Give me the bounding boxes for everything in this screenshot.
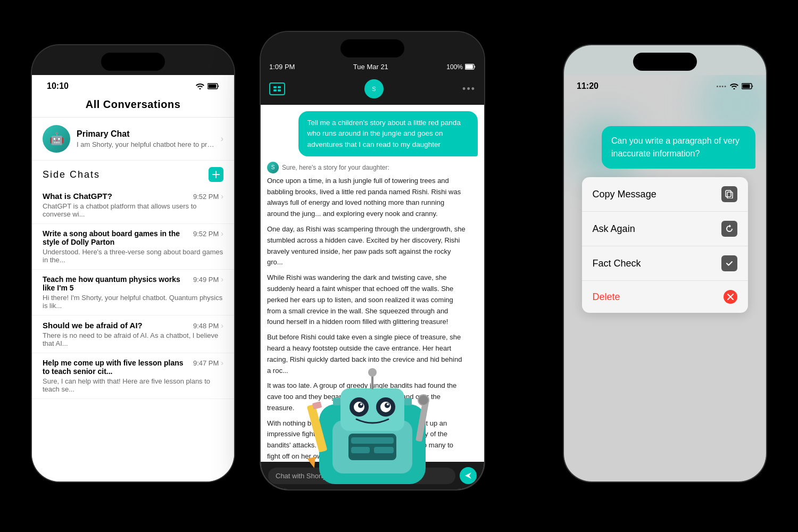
list-item[interactable]: Write a song about board games in the st…	[32, 224, 234, 270]
send-button[interactable]	[460, 467, 477, 484]
chat-item-chevron: ›	[221, 192, 223, 201]
chat-item-content: What is ChatGPT? 9:52 PM › ChatGPT is a …	[43, 192, 223, 218]
copy-message-label: Copy Message	[593, 189, 656, 200]
chat-item-content: Write a song about board games in the st…	[43, 229, 223, 264]
delete-icon	[724, 290, 737, 304]
context-menu: Copy Message Ask Again Fact Check	[582, 177, 749, 313]
svg-point-23	[368, 368, 377, 377]
chat-item-top: What is ChatGPT? 9:52 PM ›	[43, 192, 223, 201]
svg-marker-31	[307, 456, 319, 469]
status-bar-mid: 1:09 PM Tue Mar 21 100%	[269, 63, 476, 71]
chat-item-name: Teach me how quantum physics works like …	[43, 275, 185, 292]
chat-item-name: Help me come up with five lesson plans t…	[43, 359, 185, 376]
mid-battery-icon	[465, 64, 476, 70]
chat-item-chevron: ›	[221, 321, 223, 330]
chat-item-top: Write a song about board games in the st…	[43, 229, 223, 246]
copy-message-item[interactable]: Copy Message	[582, 177, 749, 212]
primary-chat-avatar: 🤖	[43, 125, 70, 153]
mid-battery: 100%	[446, 63, 463, 71]
user-message-1: Tell me a children's story about a littl…	[298, 111, 478, 156]
mid-bot-avatar: S	[364, 79, 384, 98]
list-item[interactable]: Teach me how quantum physics works like …	[32, 270, 234, 315]
primary-chat-chevron: ›	[221, 134, 223, 144]
svg-rect-37	[743, 85, 750, 88]
primary-chat-item[interactable]: 🤖 Primary Chat I am Shorty, your helpful…	[32, 118, 234, 161]
chat-item-chevron: ›	[221, 275, 223, 284]
svg-rect-24	[333, 398, 340, 405]
mid-header-dots[interactable]: •••	[462, 84, 476, 95]
add-chat-button[interactable]	[209, 167, 223, 182]
left-phone-screen: 10:10 All Conversations 🤖 Primary Chat I…	[32, 75, 234, 481]
svg-text:S: S	[372, 86, 376, 92]
copy-svg	[725, 190, 734, 198]
chat-item-top: Should we be afraid of AI? 9:48 PM ›	[43, 321, 223, 330]
mid-status-time: 1:09 PM	[269, 63, 295, 71]
chat-item-content: Help me come up with five lesson plans t…	[43, 359, 223, 393]
delete-label: Delete	[593, 292, 620, 303]
right-content: Can you write a paragraph of very inaccu…	[564, 94, 766, 481]
mid-status-date: Tue Mar 21	[353, 63, 388, 71]
chat-item-time: 9:49 PM	[193, 276, 219, 284]
svg-point-34	[418, 395, 429, 405]
right-status-time: 11:20	[577, 81, 598, 91]
list-item[interactable]: Should we be afraid of AI? 9:48 PM › The…	[32, 315, 234, 353]
side-chats-label: Side Chats	[43, 169, 100, 180]
bot-icon: S	[369, 84, 379, 94]
mid-header: S •••	[261, 75, 484, 105]
svg-point-0	[200, 88, 201, 90]
fact-check-label: Fact Check	[593, 258, 641, 269]
right-user-bubble: Can you write a paragraph of very inaccu…	[602, 126, 755, 169]
right-phone-screen: 11:20 •••• Can you write a paragraph of …	[564, 75, 766, 481]
svg-rect-39	[726, 190, 731, 197]
left-status-icons	[196, 83, 219, 89]
svg-point-20	[360, 403, 362, 405]
svg-rect-27	[351, 437, 394, 444]
dynamic-island-right	[633, 53, 697, 71]
svg-rect-5	[273, 86, 277, 88]
conversation-list: 🤖 Primary Chat I am Shorty, your helpful…	[32, 118, 234, 481]
primary-chat-info: Primary Chat I am Shorty, your helpful c…	[77, 129, 214, 148]
fact-check-item[interactable]: Fact Check	[582, 246, 749, 281]
chat-item-name: Should we be afraid of AI?	[43, 321, 189, 330]
checkmark-svg	[725, 259, 734, 268]
chat-item-time: 9:52 PM	[193, 230, 219, 238]
delete-item[interactable]: Delete	[582, 281, 749, 313]
chat-item-content: Should we be afraid of AI? 9:48 PM › The…	[43, 321, 223, 347]
copy-icon	[721, 186, 737, 202]
right-status-icons: ••••	[717, 83, 753, 89]
svg-rect-6	[278, 86, 281, 88]
svg-rect-8	[278, 89, 281, 92]
chat-item-preview: ChatGPT is a chatbot platform that allow…	[43, 202, 223, 218]
robot-mascot	[303, 351, 442, 489]
chat-item-name: What is ChatGPT?	[43, 192, 189, 201]
list-item[interactable]: Help me come up with five lesson plans t…	[32, 353, 234, 399]
dynamic-island-left	[101, 53, 165, 71]
chat-item-preview: Understood. Here's a three-verse song ab…	[43, 248, 223, 264]
chat-item-time: 9:48 PM	[193, 322, 219, 330]
ask-again-item[interactable]: Ask Again	[582, 212, 749, 246]
chat-item-time: 9:52 PM	[193, 193, 219, 201]
chat-item-preview: There is no need to be afraid of AI. As …	[43, 331, 223, 347]
chat-item-chevron: ›	[221, 229, 223, 238]
chat-item-time: 9:47 PM	[193, 359, 219, 367]
robot-svg	[303, 351, 442, 489]
right-phone: 11:20 •••• Can you write a paragraph of …	[564, 45, 766, 481]
dynamic-island-mid	[340, 39, 404, 57]
right-wifi-icon	[730, 83, 738, 89]
right-battery-icon	[742, 83, 753, 89]
x-svg	[727, 294, 734, 300]
svg-rect-38	[727, 192, 733, 198]
svg-rect-4	[466, 65, 473, 69]
refresh-svg	[725, 225, 734, 233]
list-item[interactable]: What is ChatGPT? 9:52 PM › ChatGPT is a …	[32, 186, 234, 224]
svg-rect-29	[374, 447, 394, 453]
svg-rect-25	[404, 398, 412, 405]
right-signal: ••••	[717, 83, 727, 89]
ai-label-text: Sure, here's a story for your daughter:	[282, 164, 389, 171]
svg-rect-28	[351, 447, 370, 453]
battery-icon	[207, 83, 219, 89]
side-chats-header: Side Chats	[32, 161, 234, 186]
mid-status-right: 100%	[446, 63, 476, 71]
chat-item-top: Teach me how quantum physics works like …	[43, 275, 223, 292]
primary-chat-name: Primary Chat	[77, 129, 214, 139]
